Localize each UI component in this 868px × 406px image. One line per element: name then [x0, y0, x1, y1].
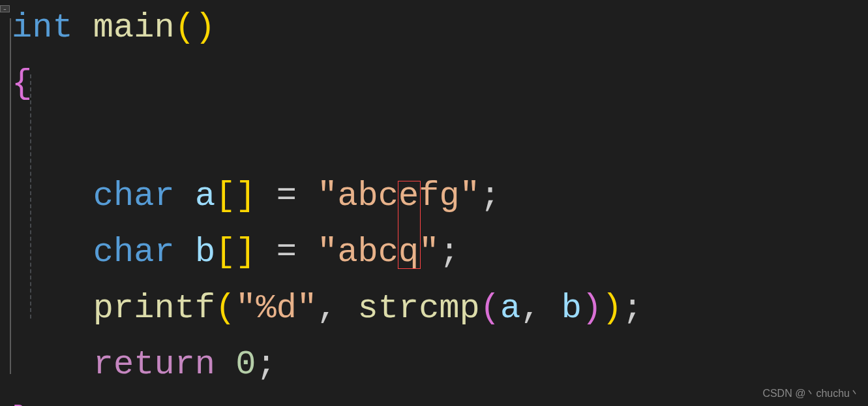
bracket-open: [	[215, 177, 235, 215]
brace-close: }	[12, 401, 32, 406]
bracket-open: [	[215, 233, 235, 272]
string-quote: "	[317, 233, 337, 272]
semicolon: ;	[439, 233, 459, 272]
identifier-a: a	[195, 177, 215, 215]
number-zero: 0	[235, 345, 256, 384]
string-a-char-e: e	[398, 177, 419, 215]
string-b-part1: abc	[337, 233, 398, 272]
semicolon: ;	[256, 345, 277, 384]
semicolon: ;	[480, 177, 500, 215]
keyword-return: return	[93, 345, 215, 384]
identifier-b: b	[195, 233, 215, 272]
identifier-a: a	[500, 289, 520, 328]
string-a-part3: fg	[419, 177, 459, 215]
equals: =	[277, 177, 297, 215]
code-editor[interactable]: - int main() { char a[] = "abcefg"; char…	[0, 0, 868, 406]
keyword-char: char	[93, 177, 175, 215]
paren-open-nested: (	[480, 289, 500, 328]
keyword-int: int	[12, 8, 73, 47]
paren-open: (	[215, 289, 235, 328]
watermark: CSDN @丶chuchu丶	[762, 387, 860, 401]
brace-open: {	[12, 65, 32, 103]
bracket-close: ]	[235, 177, 256, 215]
string-quote: "	[419, 233, 439, 272]
semicolon: ;	[622, 289, 642, 328]
string-format: "%d"	[235, 289, 317, 328]
identifier-b: b	[561, 289, 582, 328]
function-main: main	[93, 8, 175, 47]
string-quote: "	[460, 177, 480, 215]
bracket-close: ]	[235, 233, 256, 272]
function-printf: printf	[93, 289, 215, 328]
equals: =	[277, 233, 297, 272]
function-strcmp: strcmp	[358, 289, 480, 328]
paren-close: )	[195, 8, 215, 47]
code-area[interactable]: int main() { char a[] = "abcefg"; char b…	[0, 0, 868, 406]
string-b-char-q: q	[398, 233, 419, 272]
comma: ,	[317, 289, 337, 328]
keyword-char: char	[93, 233, 175, 272]
string-quote: "	[317, 177, 337, 215]
paren-close: )	[602, 289, 622, 328]
comma: ,	[520, 289, 541, 328]
paren-close-nested: )	[582, 289, 602, 328]
paren-open: (	[175, 8, 195, 47]
string-a-part1: abc	[337, 177, 398, 215]
